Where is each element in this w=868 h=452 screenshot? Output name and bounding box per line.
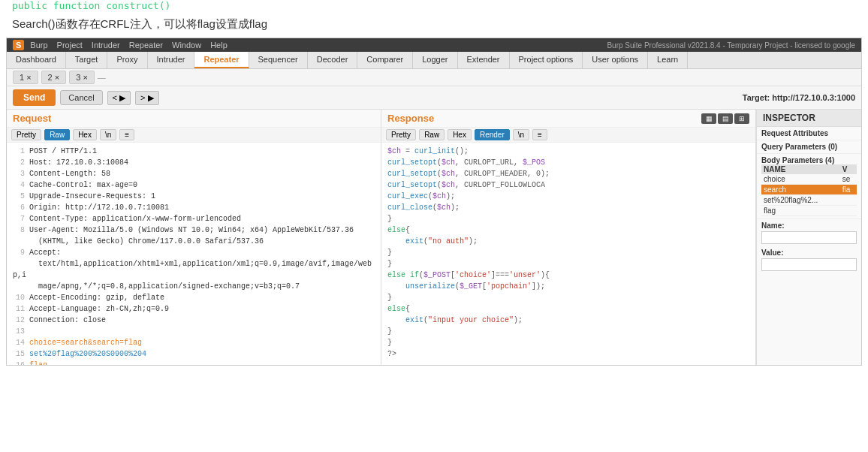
table-row[interactable]: search fla: [761, 185, 857, 195]
param-val-flag: [840, 206, 857, 216]
top-code-line: public function construct(): [0, 0, 868, 14]
nav-back-button[interactable]: < ▶: [107, 91, 131, 105]
tab-decoder[interactable]: Decoder: [308, 52, 358, 68]
sub-tab-3[interactable]: 3 ×: [69, 71, 95, 84]
sub-tab-dash: —: [98, 73, 106, 82]
inspector-name-field: Name:: [757, 219, 861, 246]
res-view-ln[interactable]: \n: [513, 129, 529, 140]
vm-btn-3[interactable]: ⊞: [734, 113, 749, 124]
value-label: Value:: [761, 249, 857, 257]
res-view-render[interactable]: Render: [475, 129, 510, 140]
inspector-header: INSPECTOR: [757, 110, 861, 127]
tab-comparer[interactable]: Comparer: [357, 52, 413, 68]
table-row[interactable]: choice se: [761, 174, 857, 185]
tab-proxy[interactable]: Proxy: [107, 52, 147, 68]
req-view-menu[interactable]: ≡: [119, 129, 134, 140]
title-bar-title: Burp Suite Professional v2021.8.4 - Temp…: [607, 41, 855, 50]
request-panel-header: Request: [7, 110, 381, 128]
sub-tab-2[interactable]: 2 ×: [41, 71, 67, 84]
param-name-set: set%20flag%2...: [761, 195, 840, 206]
vm-btn-1[interactable]: ▦: [701, 113, 716, 124]
menu-intruder[interactable]: Intruder: [92, 41, 120, 50]
tab-logger[interactable]: Logger: [413, 52, 457, 68]
tab-learn[interactable]: Learn: [648, 52, 688, 68]
nav-tabs: Dashboard Target Proxy Intruder Repeater…: [7, 52, 861, 69]
req-view-ln[interactable]: \n: [100, 129, 116, 140]
menu-burp[interactable]: Burp: [30, 41, 47, 50]
toolbar: Send Cancel < ▶ > ▶ Target: http://172.1…: [7, 86, 861, 110]
param-name-search: search: [761, 185, 840, 195]
sub-tabs: 1 × 2 × 3 × —: [7, 69, 861, 86]
inspector-value-field: Value:: [757, 246, 861, 273]
title-bar: S Burp Project Intruder Repeater Window …: [7, 38, 861, 52]
name-label: Name:: [761, 221, 857, 230]
burp-window: S Burp Project Intruder Repeater Window …: [6, 38, 862, 366]
inspector-body-params: Body Parameters (4) NAME V choice se sea…: [757, 154, 861, 219]
response-panel: Response ▦ ▤ ⊞ Pretty Raw Hex Render \n …: [381, 110, 756, 365]
tab-user-options[interactable]: User options: [583, 52, 648, 68]
res-view-hex[interactable]: Hex: [448, 129, 472, 140]
res-view-menu[interactable]: ≡: [532, 129, 547, 140]
main-content: Request Pretty Raw Hex \n ≡ 1POST / HTTP…: [7, 110, 861, 365]
menu-project[interactable]: Project: [57, 41, 83, 50]
req-view-pretty[interactable]: Pretty: [11, 129, 41, 140]
description: Search()函数存在CRFL注入，可以将flag设置成flag: [0, 14, 868, 38]
view-mode-btns: ▦ ▤ ⊞: [701, 113, 749, 124]
response-body[interactable]: $ch = curl_init(); curl_setopt($ch, CURL…: [381, 143, 755, 365]
send-button[interactable]: Send: [13, 89, 56, 106]
req-view-raw[interactable]: Raw: [44, 129, 70, 140]
response-title: Response: [387, 113, 434, 124]
inspector-body-label: Body Parameters (4): [761, 156, 857, 164]
col-name: NAME: [761, 164, 840, 174]
menu-help[interactable]: Help: [210, 41, 228, 50]
inspector-query-label: Query Parameters (0): [761, 143, 857, 151]
menu-repeater[interactable]: Repeater: [129, 41, 163, 50]
param-val-search: fla: [840, 185, 857, 195]
col-value: V: [840, 164, 857, 174]
sub-tab-1[interactable]: 1 ×: [13, 71, 38, 84]
param-name-choice: choice: [761, 174, 840, 185]
table-row[interactable]: flag: [761, 206, 857, 216]
tab-extender[interactable]: Extender: [458, 52, 510, 68]
res-view-pretty[interactable]: Pretty: [386, 129, 416, 140]
value-input[interactable]: [761, 258, 857, 271]
param-val-set: [840, 195, 857, 206]
cancel-button[interactable]: Cancel: [60, 90, 102, 105]
inspector-panel: INSPECTOR Request Attributes Query Param…: [756, 110, 861, 365]
tab-dashboard[interactable]: Dashboard: [7, 52, 66, 68]
target-label: Target: http://172.10.0.3:1000: [743, 93, 855, 102]
inspector-params-table: NAME V choice se search fla set%20flag%2…: [761, 164, 857, 216]
param-name-flag: flag: [761, 206, 840, 216]
table-row[interactable]: set%20flag%2...: [761, 195, 857, 206]
menu-window[interactable]: Window: [172, 41, 201, 50]
tab-project-options[interactable]: Project options: [510, 52, 583, 68]
response-panel-toolbar: Pretty Raw Hex Render \n ≡: [381, 128, 755, 143]
res-view-raw[interactable]: Raw: [419, 129, 445, 140]
request-panel: Request Pretty Raw Hex \n ≡ 1POST / HTTP…: [7, 110, 381, 365]
request-body[interactable]: 1POST / HTTP/1.1 2Host: 172.10.0.3:10084…: [7, 143, 381, 365]
title-bar-menu: Burp Project Intruder Repeater Window He…: [30, 41, 227, 50]
response-header-row: Response ▦ ▤ ⊞: [381, 110, 755, 128]
inspector-request-attributes: Request Attributes: [757, 127, 861, 140]
tab-target[interactable]: Target: [66, 52, 108, 68]
param-val-choice: se: [840, 174, 857, 185]
name-input[interactable]: [761, 231, 857, 244]
inspector-query-params: Query Parameters (0): [757, 140, 861, 154]
req-view-hex[interactable]: Hex: [73, 129, 97, 140]
nav-fwd-button[interactable]: > ▶: [135, 91, 158, 105]
tab-intruder[interactable]: Intruder: [148, 52, 195, 68]
tab-repeater[interactable]: Repeater: [194, 52, 249, 68]
vm-btn-2[interactable]: ▤: [718, 113, 733, 124]
burp-logo: S: [13, 40, 24, 50]
tab-sequencer[interactable]: Sequencer: [249, 52, 308, 68]
request-panel-toolbar: Pretty Raw Hex \n ≡: [7, 128, 381, 143]
inspector-req-attr-label: Request Attributes: [761, 129, 857, 137]
